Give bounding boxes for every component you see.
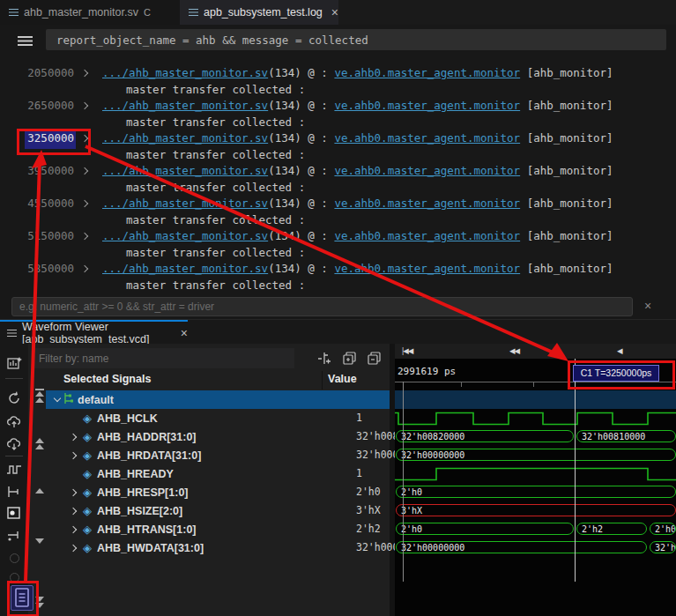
log-entry[interactable]: 4550000.../ahb_master_monitor.sv(134) @ …	[0, 196, 676, 228]
log-timestamp[interactable]: 5150000	[26, 228, 74, 245]
wave-start-line	[403, 382, 404, 582]
column-selected-signals: Selected Signals	[63, 373, 151, 385]
file-link[interactable]: .../ahb_master_monitor.sv	[102, 66, 268, 79]
file-link[interactable]: .../ahb_master_monitor.sv	[102, 262, 268, 275]
file-link[interactable]: .../ahb_master_monitor.sv	[102, 229, 268, 242]
log-timestamp[interactable]: 3250000	[26, 130, 74, 147]
bus-segment: 32'h00000000	[396, 449, 676, 461]
signal-row[interactable]: ◈AHB_HADDR[31:0]32'h008100	[46, 427, 390, 446]
close-icon[interactable]: ×	[181, 327, 188, 339]
expand-chevron-icon[interactable]	[81, 265, 88, 272]
tab-ahb-master-monitor[interactable]: ahb_master_monitor.sv C	[0, 0, 180, 25]
log-timestamp[interactable]: 2050000	[26, 65, 74, 82]
cursor-c1-label[interactable]: C1 T=3250000ps	[573, 365, 659, 382]
expand-chevron-icon[interactable]	[81, 167, 88, 174]
bus-segment: 32'h00820000	[396, 430, 574, 442]
report-list-button[interactable]	[11, 585, 33, 611]
chevron-right-icon[interactable]	[69, 525, 78, 534]
cursor-line[interactable]	[575, 359, 576, 582]
expand-chevron-icon[interactable]	[81, 135, 88, 142]
cursor-marker-icon[interactable]	[6, 484, 22, 500]
log-line-body: .../ahb_master_monitor.sv(134) @ : ve.ah…	[102, 228, 613, 245]
log-timestamp[interactable]: 5850000	[26, 261, 74, 278]
log-line-body: .../ahb_master_monitor.sv(134) @ : ve.ah…	[102, 163, 613, 180]
log-entry[interactable]: 5150000.../ahb_master_monitor.sv(134) @ …	[0, 228, 676, 261]
signal-row[interactable]: ◈AHB_HRDATA[31:0]32'h000000	[46, 446, 390, 464]
log-entry[interactable]: 5850000.../ahb_master_monitor.sv(134) @ …	[0, 261, 676, 293]
expand-chevron-icon[interactable]	[81, 102, 88, 109]
scope-link[interactable]: ve.ahb0.master_agent.monitor	[334, 229, 520, 242]
dim-icon[interactable]	[10, 573, 19, 583]
chevron-right-icon[interactable]	[69, 488, 78, 497]
step-down-icon[interactable]	[33, 538, 46, 545]
log-timestamp[interactable]: 3950000	[26, 163, 74, 180]
signal-row[interactable]: ◈AHB_HTRANS[1:0]2'h2	[46, 520, 390, 538]
record-box-icon[interactable]	[6, 505, 22, 521]
goto-start-icon[interactable]: |◀◀	[402, 346, 412, 355]
refresh-icon[interactable]	[6, 390, 22, 406]
scope-link[interactable]: ve.ahb0.master_agent.monitor	[334, 197, 520, 210]
pulse-wave-icon[interactable]	[6, 462, 22, 478]
scope-link[interactable]: ve.ahb0.master_agent.monitor	[334, 262, 520, 275]
step-back-icon[interactable]: ◀	[617, 346, 622, 355]
file-link[interactable]: .../ahb_master_monitor.sv	[102, 197, 268, 210]
fast-back-icon[interactable]: ◀◀	[509, 346, 519, 355]
log-entry[interactable]: 3950000.../ahb_master_monitor.sv(134) @ …	[0, 163, 676, 196]
close-icon[interactable]: ×	[644, 299, 651, 313]
signal-row[interactable]: ◈AHB_HCLK1	[46, 409, 390, 427]
attr-filter-input[interactable]	[11, 297, 633, 316]
insert-signal-icon[interactable]	[317, 351, 332, 366]
collapse-all-icon[interactable]	[367, 351, 382, 366]
dim-icon[interactable]	[10, 553, 19, 563]
chevron-down-icon[interactable]	[53, 396, 62, 404]
line-ref: (134) @ :	[268, 131, 334, 145]
menu-icon[interactable]	[18, 36, 33, 46]
signal-group-default[interactable]: default	[46, 390, 390, 409]
signal-filter-input[interactable]	[32, 348, 294, 368]
log-line-body: .../ahb_master_monitor.sv(134) @ : ve.ah…	[102, 261, 613, 278]
expand-all-icon[interactable]	[342, 351, 357, 366]
log-timestamp[interactable]: 2650000	[26, 98, 74, 115]
signal-row[interactable]: ◈AHB_HRESP[1:0]2'h0	[46, 483, 390, 501]
log-line-1: 4550000.../ahb_master_monitor.sv(134) @ …	[0, 196, 676, 212]
log-entry[interactable]: 2650000.../ahb_master_monitor.sv(134) @ …	[0, 98, 676, 130]
signal-row[interactable]: ◈AHB_HSIZE[2:0]3'hX	[46, 501, 390, 520]
cloud-upload-icon[interactable]	[6, 414, 22, 430]
chevron-right-icon[interactable]	[69, 433, 78, 442]
close-icon[interactable]: ×	[331, 6, 338, 19]
log-timestamp[interactable]: 4550000	[26, 196, 74, 212]
chevron-right-icon[interactable]	[69, 451, 78, 460]
log-entry[interactable]: 2050000.../ahb_master_monitor.sv(134) @ …	[0, 65, 676, 98]
line-ref: (134) @ :	[268, 262, 334, 275]
scope-link[interactable]: ve.ahb0.master_agent.monitor	[334, 164, 520, 177]
tab-waveform-viewer[interactable]: Waveform Viewer [apb_subsystem_test.vcd]…	[0, 322, 188, 345]
expand-chevron-icon[interactable]	[81, 70, 88, 77]
scope-link[interactable]: ve.ahb0.master_agent.monitor	[334, 99, 520, 112]
chevron-placeholder	[69, 414, 78, 423]
measure-icon[interactable]	[6, 528, 22, 544]
scope-link[interactable]: ve.ahb0.master_agent.monitor	[334, 66, 520, 79]
log-filter-input[interactable]	[46, 29, 666, 50]
chevron-right-icon[interactable]	[69, 544, 78, 553]
expand-chevron-icon[interactable]	[81, 233, 88, 240]
signal-name: AHB_HRESP[1:0]	[97, 486, 189, 499]
wave-row-ahb-hresp-1-0-: 2'h0	[395, 483, 676, 501]
cloud-download-icon[interactable]	[6, 436, 22, 452]
new-waveform-icon[interactable]	[6, 355, 22, 371]
expand-chevron-icon[interactable]	[81, 200, 88, 207]
log-line-1: 3950000.../ahb_master_monitor.sv(134) @ …	[0, 163, 676, 180]
file-link[interactable]: .../ahb_master_monitor.sv	[102, 99, 268, 112]
page-up-icon[interactable]	[33, 437, 46, 450]
signal-row[interactable]: ◈AHB_HREADY1	[46, 464, 390, 483]
file-link[interactable]: .../ahb_master_monitor.sv	[102, 131, 268, 145]
scope-link[interactable]: ve.ahb0.master_agent.monitor	[334, 131, 520, 145]
tab-apb-subsystem-test-log[interactable]: apb_subsystem_test.log ×	[180, 0, 338, 25]
page-down-icon[interactable]	[33, 596, 46, 609]
scroll-top-icon[interactable]	[33, 389, 46, 404]
step-up-icon[interactable]	[33, 487, 46, 494]
wave-display[interactable]: |◀◀ ◀◀ ◀ 2991619 ps 32'h0082000032'h0081…	[395, 344, 676, 616]
log-entry[interactable]: 3250000.../ahb_master_monitor.sv(134) @ …	[0, 130, 676, 163]
file-link[interactable]: .../ahb_master_monitor.sv	[102, 164, 268, 177]
signal-row[interactable]: ◈AHB_HWDATA[31:0]32'h000000	[46, 538, 390, 557]
chevron-right-icon[interactable]	[69, 507, 78, 516]
